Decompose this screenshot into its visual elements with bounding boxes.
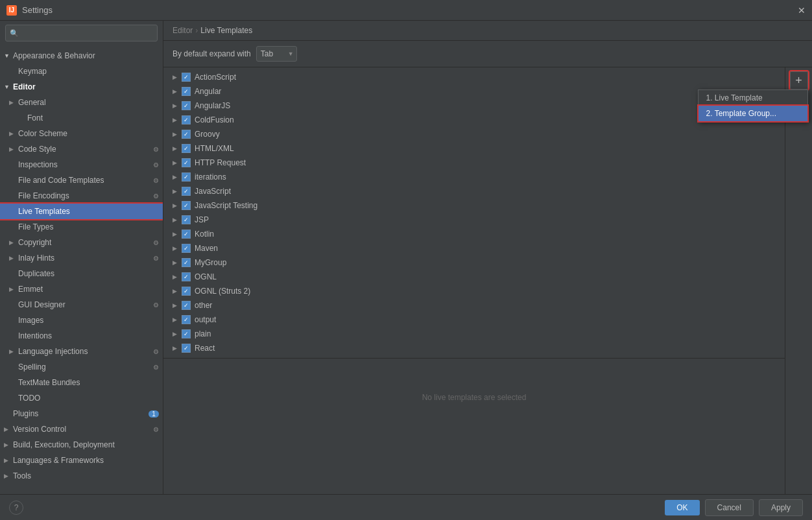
sidebar-item-label: Languages & Frameworks xyxy=(13,456,159,465)
add-button[interactable]: + xyxy=(790,71,808,89)
template-item-other[interactable]: ▶ other xyxy=(163,298,785,313)
template-name: ActionScript xyxy=(195,73,236,82)
sidebar-item-emmet[interactable]: ▶ Emmet xyxy=(0,281,163,297)
template-checkbox[interactable] xyxy=(182,301,191,310)
template-checkbox[interactable] xyxy=(182,144,191,153)
sidebar-item-plugins[interactable]: Plugins 1 xyxy=(0,406,163,421)
template-checkbox[interactable] xyxy=(182,272,191,281)
template-checkbox[interactable] xyxy=(182,315,191,324)
template-checkbox[interactable] xyxy=(182,115,191,124)
sidebar-item-duplicates[interactable]: Duplicates xyxy=(0,266,163,281)
template-name: AngularJS xyxy=(195,101,230,110)
expand-icon: ▶ xyxy=(173,245,182,252)
template-name: other xyxy=(195,301,212,310)
template-name: plain xyxy=(195,329,211,338)
sidebar-item-color-scheme[interactable]: ▶ Color Scheme xyxy=(0,126,163,141)
sidebar-item-appearance[interactable]: ▼ Appearance & Behavior xyxy=(0,48,163,64)
template-item-kotlin[interactable]: ▶ Kotlin xyxy=(163,227,785,241)
sidebar-item-general[interactable]: ▶ General xyxy=(0,95,163,110)
template-checkbox[interactable] xyxy=(182,73,191,82)
template-item-angular[interactable]: ▶ Angular xyxy=(163,84,785,99)
app-icon: IJ xyxy=(6,5,17,16)
close-icon[interactable]: ✕ xyxy=(798,5,806,16)
sidebar-item-file-and-code-templates[interactable]: File and Code Templates ⚙ xyxy=(0,172,163,188)
sidebar-item-file-types[interactable]: File Types xyxy=(0,219,163,235)
template-item-javascript[interactable]: ▶ JavaScript xyxy=(163,184,785,198)
expand-icon: ▶ xyxy=(173,316,182,323)
sidebar-item-keymap[interactable]: Keymap xyxy=(0,64,163,79)
arrow-icon: ▶ xyxy=(9,130,18,137)
sidebar-item-textmate-bundles[interactable]: TextMate Bundles xyxy=(0,375,163,390)
ok-button[interactable]: OK xyxy=(665,500,699,515)
cancel-button[interactable]: Cancel xyxy=(705,499,754,516)
sidebar-item-todo[interactable]: TODO xyxy=(0,390,163,406)
sidebar-item-language-injections[interactable]: ▶ Language Injections ⚙ xyxy=(0,344,163,359)
template-checkbox[interactable] xyxy=(182,244,191,253)
template-checkbox[interactable] xyxy=(182,230,191,239)
template-item-http-request[interactable]: ▶ HTTP Request xyxy=(163,156,785,170)
sidebar-item-label: Intentions xyxy=(18,331,159,340)
sidebar-item-gui-designer[interactable]: GUI Designer ⚙ xyxy=(0,297,163,313)
search-box[interactable]: 🔍 xyxy=(5,25,158,41)
sidebar-item-tools[interactable]: ▶ Tools xyxy=(0,468,163,484)
template-item-plain[interactable]: ▶ plain xyxy=(163,327,785,341)
sidebar-item-editor[interactable]: ▼ Editor xyxy=(0,79,163,95)
popup-live-template[interactable]: 1. Live Template xyxy=(699,90,807,106)
template-checkbox[interactable] xyxy=(182,287,191,296)
gear-icon: ⚙ xyxy=(153,239,159,246)
sidebar-item-font[interactable]: Font xyxy=(0,110,163,126)
sidebar-item-copyright[interactable]: ▶ Copyright ⚙ xyxy=(0,235,163,250)
template-item-angularjs[interactable]: ▶ AngularJS xyxy=(163,99,785,113)
template-checkbox[interactable] xyxy=(182,158,191,167)
sidebar-item-code-style[interactable]: ▶ Code Style ⚙ xyxy=(0,141,163,157)
template-item-htmlxml[interactable]: ▶ HTML/XML xyxy=(163,141,785,156)
template-checkbox[interactable] xyxy=(182,101,191,110)
sidebar-item-inspections[interactable]: Inspections ⚙ xyxy=(0,157,163,172)
template-item-ognl-struts2[interactable]: ▶ OGNL (Struts 2) xyxy=(163,284,785,298)
popup-template-group[interactable]: 2. Template Group... xyxy=(699,106,807,121)
template-item-javascript-testing[interactable]: ▶ JavaScript Testing xyxy=(163,198,785,213)
template-name: iterations xyxy=(195,172,226,182)
template-item-output[interactable]: ▶ output xyxy=(163,313,785,327)
template-checkbox[interactable] xyxy=(182,201,191,210)
search-icon: 🔍 xyxy=(10,29,19,38)
help-button[interactable]: ? xyxy=(9,501,23,515)
template-checkbox[interactable] xyxy=(182,258,191,267)
apply-button[interactable]: Apply xyxy=(759,499,803,516)
template-item-maven[interactable]: ▶ Maven xyxy=(163,241,785,255)
sidebar-item-label: File Encodings xyxy=(18,191,150,200)
template-checkbox[interactable] xyxy=(182,172,191,182)
template-item-groovy[interactable]: ▶ Groovy xyxy=(163,127,785,141)
template-checkbox[interactable] xyxy=(182,329,191,338)
sidebar-item-images[interactable]: Images xyxy=(0,313,163,328)
add-button-container: + 1. Live Template 2. Template Group... xyxy=(790,71,808,89)
template-checkbox[interactable] xyxy=(182,130,191,139)
template-checkbox[interactable] xyxy=(182,87,191,96)
template-checkbox[interactable] xyxy=(182,187,191,196)
sidebar-item-spelling[interactable]: Spelling ⚙ xyxy=(0,359,163,375)
sidebar-item-languages-frameworks[interactable]: ▶ Languages & Frameworks xyxy=(0,453,163,468)
template-item-jsp[interactable]: ▶ JSP xyxy=(163,213,785,227)
sidebar-item-label: File Types xyxy=(18,222,159,231)
template-item-iterations[interactable]: ▶ iterations xyxy=(163,170,785,184)
template-name: ColdFusion xyxy=(195,115,234,124)
template-item-coldfusion[interactable]: ▶ ColdFusion xyxy=(163,113,785,127)
template-checkbox[interactable] xyxy=(182,215,191,224)
expand-icon: ▶ xyxy=(173,145,182,152)
sidebar-item-file-encodings[interactable]: File Encodings ⚙ xyxy=(0,188,163,204)
expand-select[interactable]: Tab Space Enter xyxy=(256,46,297,62)
sidebar-item-version-control[interactable]: ▶ Version Control ⚙ xyxy=(0,421,163,437)
template-checkbox[interactable] xyxy=(182,344,191,353)
template-item-react[interactable]: ▶ React xyxy=(163,341,785,355)
template-item-mygroup[interactable]: ▶ MyGroup xyxy=(163,255,785,270)
sidebar-item-live-templates[interactable]: Live Templates xyxy=(0,204,163,219)
sidebar-item-inlay-hints[interactable]: ▶ Inlay Hints ⚙ xyxy=(0,250,163,266)
sidebar-item-label: Version Control xyxy=(13,425,150,434)
expand-icon: ▶ xyxy=(173,202,182,209)
add-popup-menu: 1. Live Template 2. Template Group... xyxy=(698,89,808,122)
sidebar-item-intentions[interactable]: Intentions xyxy=(0,328,163,344)
sidebar-item-build-exec-deploy[interactable]: ▶ Build, Execution, Deployment xyxy=(0,437,163,453)
search-input[interactable] xyxy=(21,29,153,38)
template-item-ognl[interactable]: ▶ OGNL xyxy=(163,270,785,284)
template-item-actionscript[interactable]: ▶ ActionScript xyxy=(163,70,785,84)
